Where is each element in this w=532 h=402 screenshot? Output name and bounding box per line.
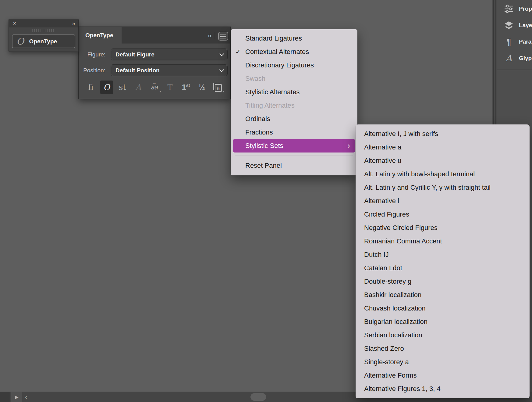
feature-button-standard-ligatures[interactable]: fi: [84, 81, 98, 94]
chevron-down-icon: [219, 67, 224, 72]
header-divider: [215, 32, 215, 39]
chevron-left-icon: ‹: [25, 393, 27, 401]
figure-select-value: Default Figure: [115, 51, 219, 58]
dock-item-properties[interactable]: Prop: [497, 1, 532, 17]
feature-button-swash[interactable]: A: [132, 81, 145, 94]
submenu-item[interactable]: Alternative l: [356, 194, 530, 208]
submenu-item[interactable]: Chuvash localization: [356, 302, 530, 315]
scrollbar-thumb[interactable]: [250, 393, 266, 401]
figure-label: Figure:: [79, 49, 105, 60]
menu-item-swash[interactable]: ✓ Swash ›: [231, 72, 357, 85]
stylistic-sets-submenu: Alternative I, J with serifs Alternative…: [356, 124, 530, 398]
flyout-triangle-icon: ▾: [160, 90, 161, 93]
opentype-panel: OpenType ‹‹ Figure: Default Figure Posit…: [78, 27, 231, 99]
feature-button-discretionary-ligatures[interactable]: st: [116, 81, 129, 94]
opentype-tab-label: OpenType: [29, 38, 57, 45]
feature-button-ordinals[interactable]: 1 st: [179, 81, 193, 94]
menu-item-stylistic-alternates[interactable]: ✓ Stylistic Alternates ›: [231, 85, 357, 99]
feature-button-fractions[interactable]: ½: [195, 81, 208, 94]
position-select-value: Default Position: [115, 67, 219, 74]
close-icon[interactable]: ✕: [12, 21, 16, 26]
scrollbar-corner: [0, 392, 10, 402]
dock-item-label: Para: [519, 38, 531, 45]
submenu-item[interactable]: Catalan Ldot: [356, 261, 530, 275]
dock-item-label: Glyp: [519, 55, 532, 62]
submenu-item[interactable]: Slashed Zero: [356, 342, 530, 355]
play-button[interactable]: ▶: [11, 392, 22, 402]
submenu-item[interactable]: Alt. Latin y and Cyrillic Y, y with stra…: [356, 181, 530, 194]
menu-item-fractions[interactable]: ✓ Fractions ›: [231, 126, 357, 139]
menu-item-stylistic-sets[interactable]: ✓ Stylistic Sets ›: [233, 139, 355, 153]
position-label: Position:: [79, 65, 105, 76]
submenu-item[interactable]: Bulgarian localization: [356, 315, 530, 328]
chevron-down-icon: [219, 52, 224, 56]
dock-item-label: Laye: [519, 22, 532, 29]
panel-flyout-menu: ✓ Standard Ligatures › ✓ Contextual Alte…: [231, 29, 357, 175]
menu-item-discretionary-ligatures[interactable]: ✓ Discretionary Ligatures ›: [231, 59, 357, 72]
submenu-item[interactable]: Single-storey a: [356, 355, 530, 369]
feature-button-row: fi O st A → aa ▾: [84, 81, 224, 94]
opentype-tab-button[interactable]: O OpenType: [12, 34, 75, 48]
feature-button-titling-alternates[interactable]: T: [163, 81, 177, 94]
submenu-item[interactable]: Double-storey g: [356, 275, 530, 288]
pilcrow-icon: ¶: [503, 37, 514, 47]
menu-item-standard-ligatures[interactable]: ✓ Standard Ligatures ›: [231, 32, 357, 45]
submenu-item[interactable]: Alternative Figures 1, 3, 4: [356, 382, 530, 396]
feature-button-stylistic-sets[interactable]: a ▾: [211, 81, 224, 94]
submenu-item[interactable]: Alt. Latin y with bowl-shaped terminal: [356, 167, 530, 181]
submenu-item[interactable]: Serbian localization: [356, 328, 530, 342]
flyout-triangle-icon: ▾: [223, 90, 224, 93]
expand-panel-icon[interactable]: ››: [72, 20, 75, 26]
checkmark-icon: ✓: [235, 45, 241, 59]
figure-select[interactable]: Default Figure: [111, 49, 227, 60]
menu-item-contextual-alternates[interactable]: ✓ Contextual Alternates ›: [231, 45, 357, 59]
submenu-item[interactable]: Negative Circled Figures: [356, 221, 530, 235]
dock-item-paragraph[interactable]: ¶ Para: [497, 34, 532, 50]
menu-item-ordinals[interactable]: ✓ Ordinals ›: [231, 112, 357, 126]
position-select[interactable]: Default Position: [111, 65, 227, 76]
panel-menu-button[interactable]: [218, 32, 228, 41]
arrow-over-icon: →: [152, 80, 157, 85]
submenu-item[interactable]: Bashkir localization: [356, 288, 530, 302]
panel-header: OpenType ‹‹: [79, 27, 230, 44]
dock-item-label: Prop: [519, 5, 532, 12]
collapse-panel-icon[interactable]: ‹‹: [208, 27, 211, 44]
dock-group: Prop Laye ¶ Para A Glyp: [497, 0, 532, 70]
sliders-icon: [503, 4, 514, 14]
scroll-left-button[interactable]: ‹: [25, 392, 27, 402]
menu-item-titling-alternates[interactable]: ✓ Titling Alternates ›: [231, 99, 357, 112]
menu-separator: [235, 156, 353, 156]
submenu-item[interactable]: Alternative Forms: [356, 369, 530, 382]
submenu-item[interactable]: Dutch IJ: [356, 248, 530, 261]
floating-opentype-panel: ✕ ›› O OpenType: [9, 19, 79, 52]
feature-button-contextual-alternates[interactable]: O: [100, 81, 113, 94]
submenu-item[interactable]: Alternative u: [356, 154, 530, 167]
menu-item-reset-panel[interactable]: ✓ Reset Panel ›: [231, 159, 357, 172]
submenu-item[interactable]: Circled Figures: [356, 208, 530, 221]
tab-opentype[interactable]: OpenType: [79, 27, 122, 44]
submenu-item[interactable]: Alternative a: [356, 141, 530, 154]
play-icon: ▶: [15, 394, 19, 400]
panel-gripper[interactable]: [32, 29, 55, 32]
opentype-O-icon: O: [16, 37, 24, 46]
submenu-item[interactable]: Romanian Comma Accent: [356, 235, 530, 248]
glyphs-icon: A: [503, 53, 514, 63]
feature-button-stylistic-alternates[interactable]: → aa ▾: [147, 81, 161, 94]
dock-item-layers[interactable]: Laye: [497, 17, 532, 34]
dock-item-glyphs[interactable]: A Glyp: [497, 50, 532, 66]
submenu-arrow-icon: ›: [347, 139, 350, 152]
submenu-item[interactable]: Alternative I, J with serifs: [356, 127, 530, 141]
panel-titlebar[interactable]: ✕ ››: [9, 19, 78, 27]
layers-icon: [503, 20, 514, 31]
